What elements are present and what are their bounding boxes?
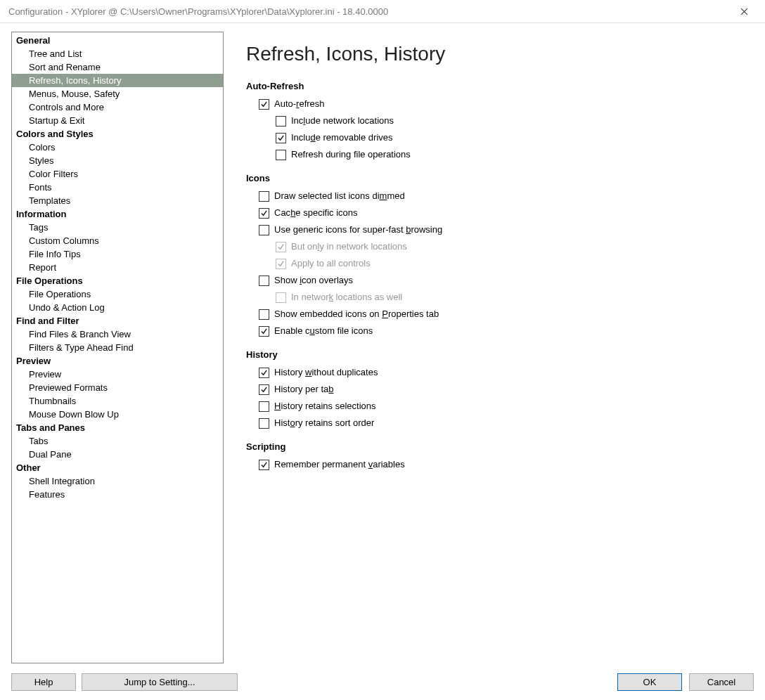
checkbox[interactable] bbox=[259, 368, 269, 378]
cancel-button[interactable]: Cancel bbox=[689, 673, 754, 691]
checkbox-label: Auto-refresh bbox=[274, 97, 325, 111]
tree-item[interactable]: Undo & Action Log bbox=[12, 301, 223, 314]
tree-item[interactable]: Thumbnails bbox=[12, 394, 223, 408]
checkbox-label: Include removable drives bbox=[291, 131, 393, 145]
tree-item[interactable]: Styles bbox=[12, 154, 223, 167]
tree-item[interactable]: File Info Tips bbox=[12, 247, 223, 261]
checkbox-label: But only in network locations bbox=[291, 240, 407, 254]
checkbox-label: History retains sort order bbox=[274, 416, 374, 430]
checkbox[interactable] bbox=[276, 116, 286, 127]
checkbox-row: But only in network locations bbox=[276, 238, 737, 255]
checkbox-label: Apply to all controls bbox=[291, 257, 371, 271]
window-title: Configuration - XYplorer @ C:\Users\Owne… bbox=[8, 6, 728, 17]
checkbox-label: History retains selections bbox=[274, 399, 376, 413]
checkbox-row[interactable]: Include network locations bbox=[276, 112, 737, 129]
close-button[interactable] bbox=[728, 1, 759, 21]
checkbox-row: Apply to all controls bbox=[276, 255, 737, 272]
checkbox-row[interactable]: History retains sort order bbox=[259, 415, 737, 432]
tree-item[interactable]: Tabs bbox=[12, 434, 223, 448]
tree-item[interactable]: Report bbox=[12, 261, 223, 274]
checkbox-label: Enable custom file icons bbox=[274, 324, 373, 338]
checkbox[interactable] bbox=[259, 326, 269, 337]
footer: Help Jump to Setting... OK Cancel bbox=[0, 663, 765, 700]
checkbox[interactable] bbox=[259, 460, 269, 470]
tree-item[interactable]: Filters & Type Ahead Find bbox=[12, 341, 223, 354]
checkbox-row[interactable]: Show icon overlays bbox=[259, 272, 737, 289]
tree-item[interactable]: Previewed Formats bbox=[12, 381, 223, 394]
tree-category[interactable]: Colors and Styles bbox=[12, 127, 223, 141]
tree-item[interactable]: Shell Integration bbox=[12, 474, 223, 488]
page-title: Refresh, Icons, History bbox=[246, 43, 737, 65]
tree-item[interactable]: Fonts bbox=[12, 181, 223, 194]
tree-item[interactable]: Refresh, Icons, History bbox=[12, 74, 223, 87]
help-button[interactable]: Help bbox=[11, 673, 76, 691]
section-heading: Icons bbox=[246, 173, 737, 183]
tree-item[interactable]: Startup & Exit bbox=[12, 114, 223, 127]
tree-item[interactable]: Controls and More bbox=[12, 101, 223, 114]
checkbox-row[interactable]: Remember permanent variables bbox=[259, 456, 737, 473]
checkbox-label: Show embedded icons on Properties tab bbox=[274, 307, 439, 321]
checkbox[interactable] bbox=[259, 99, 269, 110]
tree-category[interactable]: Other bbox=[12, 461, 223, 474]
checkbox[interactable] bbox=[276, 150, 286, 160]
tree-category[interactable]: Preview bbox=[12, 354, 223, 368]
checkbox[interactable] bbox=[276, 133, 286, 143]
category-tree[interactable]: GeneralTree and ListSort and RenameRefre… bbox=[11, 32, 224, 663]
checkbox-row[interactable]: Enable custom file icons bbox=[259, 323, 737, 339]
tree-category[interactable]: Tabs and Panes bbox=[12, 421, 223, 434]
close-icon bbox=[740, 8, 748, 15]
tree-item[interactable]: Color Filters bbox=[12, 167, 223, 181]
checkbox-label: Remember permanent variables bbox=[274, 458, 405, 472]
tree-item[interactable]: Dual Pane bbox=[12, 448, 223, 461]
checkbox-row[interactable]: History without duplicates bbox=[259, 364, 737, 381]
checkbox-row[interactable]: History retains selections bbox=[259, 398, 737, 415]
checkbox-label: Include network locations bbox=[291, 114, 394, 128]
content-panel: Refresh, Icons, History Auto-RefreshAuto… bbox=[224, 32, 754, 663]
checkbox-row[interactable]: Refresh during file operations bbox=[276, 146, 737, 163]
tree-item[interactable]: Features bbox=[12, 488, 223, 501]
settings-sections: Auto-RefreshAuto-refreshInclude network … bbox=[246, 81, 737, 473]
tree-item[interactable]: File Operations bbox=[12, 287, 223, 301]
checkbox-label: History without duplicates bbox=[274, 365, 378, 380]
tree-item[interactable]: Colors bbox=[12, 141, 223, 154]
titlebar: Configuration - XYplorer @ C:\Users\Owne… bbox=[0, 0, 765, 22]
checkbox-row[interactable]: Auto-refresh bbox=[259, 96, 737, 112]
checkbox[interactable] bbox=[259, 401, 269, 412]
tree-item[interactable]: Templates bbox=[12, 194, 223, 207]
checkbox[interactable] bbox=[259, 191, 269, 202]
tree-item[interactable]: Preview bbox=[12, 368, 223, 381]
body-area: GeneralTree and ListSort and RenameRefre… bbox=[0, 23, 765, 663]
checkbox-row[interactable]: Cache specific icons bbox=[259, 205, 737, 221]
checkbox bbox=[276, 259, 286, 269]
checkbox-row[interactable]: Include removable drives bbox=[276, 129, 737, 146]
section-heading: History bbox=[246, 349, 737, 360]
checkbox-label: Use generic icons for super-fast browsin… bbox=[274, 223, 442, 237]
checkbox[interactable] bbox=[259, 208, 269, 219]
tree-category[interactable]: Find and Filter bbox=[12, 314, 223, 328]
checkbox-row: In network locations as well bbox=[276, 289, 737, 306]
checkbox-row[interactable]: Draw selected list icons dimmed bbox=[259, 188, 737, 205]
checkbox[interactable] bbox=[259, 384, 269, 395]
section-heading: Scripting bbox=[246, 441, 737, 452]
checkbox-label: History per tab bbox=[274, 382, 334, 396]
tree-item[interactable]: Sort and Rename bbox=[12, 60, 223, 74]
tree-category[interactable]: General bbox=[12, 34, 223, 47]
tree-item[interactable]: Mouse Down Blow Up bbox=[12, 408, 223, 421]
tree-item[interactable]: Menus, Mouse, Safety bbox=[12, 87, 223, 101]
tree-item[interactable]: Custom Columns bbox=[12, 234, 223, 247]
checkbox[interactable] bbox=[259, 225, 269, 235]
checkbox[interactable] bbox=[259, 418, 269, 429]
ok-button[interactable]: OK bbox=[617, 673, 682, 691]
checkbox-row[interactable]: Show embedded icons on Properties tab bbox=[259, 306, 737, 323]
checkbox[interactable] bbox=[259, 276, 269, 286]
tree-item[interactable]: Tags bbox=[12, 221, 223, 234]
tree-category[interactable]: Information bbox=[12, 207, 223, 221]
tree-item[interactable]: Find Files & Branch View bbox=[12, 328, 223, 341]
checkbox[interactable] bbox=[259, 309, 269, 320]
tree-category[interactable]: File Operations bbox=[12, 274, 223, 287]
jump-to-setting-button[interactable]: Jump to Setting... bbox=[82, 673, 238, 691]
tree-item[interactable]: Tree and List bbox=[12, 47, 223, 60]
checkbox bbox=[276, 242, 286, 252]
checkbox-row[interactable]: Use generic icons for super-fast browsin… bbox=[259, 221, 737, 238]
checkbox-row[interactable]: History per tab bbox=[259, 381, 737, 398]
